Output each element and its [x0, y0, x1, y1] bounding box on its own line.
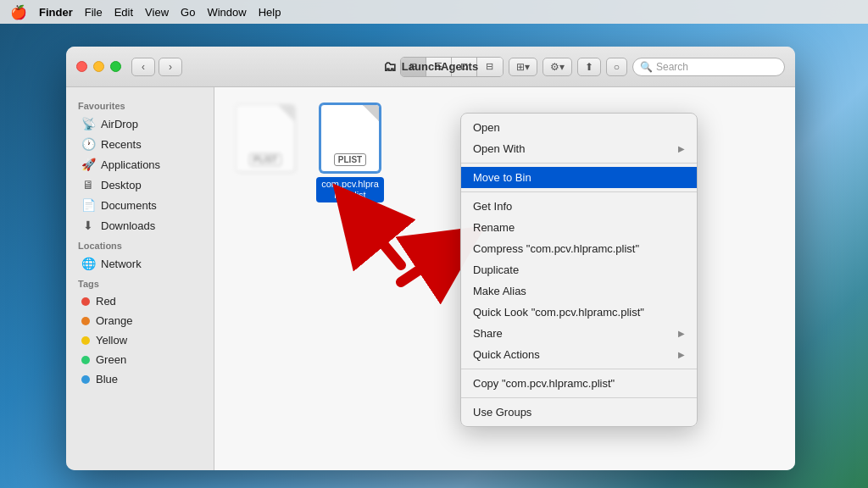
- menu-edit[interactable]: Edit: [114, 6, 133, 19]
- menu-item-make-alias[interactable]: Make Alias: [461, 280, 697, 302]
- menu-view[interactable]: View: [145, 6, 169, 19]
- sidebar-label-green: Green: [96, 353, 126, 366]
- file-type-1: PLIST: [249, 153, 281, 166]
- sidebar-label-recents: Recents: [101, 138, 142, 151]
- sidebar-label-desktop: Desktop: [101, 179, 142, 191]
- search-placeholder: Search: [656, 61, 688, 73]
- downloads-icon: ⬇: [81, 219, 95, 232]
- menu-item-open-with[interactable]: Open With ▶: [461, 138, 697, 159]
- apple-menu[interactable]: 🍎: [10, 4, 27, 20]
- menu-label-compress: Compress "com.pcv.hlpramc.plist": [473, 242, 639, 255]
- menu-item-copy[interactable]: Copy "com.pcv.hlpramc.plist": [461, 373, 697, 394]
- menu-finder[interactable]: Finder: [39, 6, 73, 19]
- sidebar-label-airdrop: AirDrop: [101, 118, 138, 130]
- main-content: PLIST PLIST com.pcv.hlpramc.plist: [214, 87, 795, 470]
- actions-button[interactable]: ⚙▾: [542, 58, 572, 76]
- favourites-section-title: Favourites: [66, 96, 214, 114]
- menu-label-open-with: Open With: [473, 142, 525, 155]
- menu-item-move-to-bin[interactable]: Move to Bin: [461, 167, 697, 188]
- sidebar-label-downloads: Downloads: [101, 219, 155, 232]
- menu-label-move-to-bin: Move to Bin: [473, 171, 531, 184]
- context-menu: Open Open With ▶ Move to Bin Get Info Re…: [460, 113, 698, 427]
- search-box[interactable]: 🔍 Search: [632, 58, 785, 76]
- menu-window[interactable]: Window: [207, 6, 246, 19]
- menubar: 🍎 Finder File Edit View Go Window Help: [0, 0, 868, 24]
- menu-item-share[interactable]: Share ▶: [461, 323, 697, 344]
- separator-4: [461, 397, 697, 398]
- menu-label-quick-actions: Quick Actions: [473, 348, 540, 361]
- file-type-2: PLIST: [334, 153, 366, 166]
- file-icon-2: PLIST: [320, 104, 380, 172]
- folder-icon: 🗂: [383, 59, 397, 75]
- sidebar-label-applications: Applications: [101, 158, 160, 171]
- menu-help[interactable]: Help: [259, 6, 281, 19]
- fullscreen-button[interactable]: [110, 61, 121, 72]
- back-button[interactable]: ‹: [131, 58, 155, 76]
- menu-label-rename: Rename: [473, 221, 515, 234]
- menu-item-quick-look[interactable]: Quick Look "com.pcv.hlpramc.plist": [461, 302, 697, 323]
- sidebar-item-applications[interactable]: 🚀 Applications: [70, 154, 210, 175]
- sidebar-item-recents[interactable]: 🕐 Recents: [70, 134, 210, 154]
- menu-label-quick-look: Quick Look "com.pcv.hlpramc.plist": [473, 306, 644, 319]
- sidebar-item-blue[interactable]: Blue: [70, 369, 210, 389]
- quick-actions-arrow-icon: ▶: [678, 350, 685, 359]
- grid-view-dropdown[interactable]: ⊞▾: [509, 58, 537, 76]
- sidebar-item-documents[interactable]: 📄 Documents: [70, 195, 210, 215]
- menu-label-duplicate: Duplicate: [473, 263, 519, 276]
- sidebar-item-airdrop[interactable]: 📡 AirDrop: [70, 114, 210, 134]
- menu-label-copy: Copy "com.pcv.hlpramc.plist": [473, 377, 615, 390]
- menu-item-open[interactable]: Open: [461, 117, 697, 138]
- menu-label-use-groups: Use Groups: [473, 406, 531, 419]
- menu-item-compress[interactable]: Compress "com.pcv.hlpramc.plist": [461, 238, 697, 259]
- tag-button[interactable]: ○: [606, 58, 627, 76]
- forward-button[interactable]: ›: [159, 58, 182, 76]
- yellow-tag-dot: [81, 336, 90, 345]
- gallery-view-button[interactable]: ⊟: [477, 58, 503, 76]
- svg-line-1: [359, 214, 401, 265]
- file-icon-1: PLIST: [236, 104, 295, 172]
- documents-icon: 📄: [81, 198, 95, 212]
- search-icon: 🔍: [640, 61, 653, 73]
- desktop-icon: 🖥: [81, 178, 95, 191]
- menu-item-quick-actions[interactable]: Quick Actions ▶: [461, 344, 697, 365]
- sidebar-item-network[interactable]: 🌐 Network: [70, 253, 210, 274]
- separator-1: [461, 163, 697, 164]
- sidebar-item-desktop[interactable]: 🖥 Desktop: [70, 175, 210, 195]
- sidebar: Favourites 📡 AirDrop 🕐 Recents 🚀 Applica…: [66, 87, 214, 470]
- titlebar: ‹ › 🗂 LaunchAgents ⊞ ☰ ⊡ ⊟ ⊞▾ ⚙▾ ⬆: [66, 47, 795, 87]
- menu-file[interactable]: File: [85, 6, 103, 19]
- minimize-button[interactable]: [93, 61, 104, 72]
- airdrop-icon: 📡: [81, 117, 95, 130]
- file-name-2: com.pcv.hlpramc.plist: [316, 177, 384, 202]
- file-item-2[interactable]: PLIST com.pcv.hlpramc.plist: [316, 104, 384, 202]
- menu-label-get-info: Get Info: [473, 200, 512, 213]
- menu-label-make-alias: Make Alias: [473, 285, 526, 297]
- close-button[interactable]: [76, 61, 87, 72]
- sidebar-item-green[interactable]: Green: [70, 350, 210, 369]
- window-title-area: 🗂 LaunchAgents: [383, 59, 478, 75]
- recents-icon: 🕐: [81, 137, 95, 151]
- share-button[interactable]: ⬆: [577, 58, 601, 76]
- sidebar-item-downloads[interactable]: ⬇ Downloads: [70, 215, 210, 236]
- locations-section-title: Locations: [66, 236, 214, 253]
- sidebar-item-yellow[interactable]: Yellow: [70, 330, 210, 350]
- menu-item-duplicate[interactable]: Duplicate: [461, 259, 697, 280]
- sidebar-item-red[interactable]: Red: [70, 291, 210, 311]
- sidebar-item-orange[interactable]: Orange: [70, 311, 210, 330]
- finder-window: ‹ › 🗂 LaunchAgents ⊞ ☰ ⊡ ⊟ ⊞▾ ⚙▾ ⬆: [66, 47, 795, 470]
- traffic-lights: [76, 61, 121, 72]
- menu-go[interactable]: Go: [181, 6, 195, 19]
- nav-buttons: ‹ ›: [131, 58, 182, 76]
- file-item-1[interactable]: PLIST: [231, 104, 299, 177]
- menu-item-use-groups[interactable]: Use Groups: [461, 402, 697, 423]
- network-icon: 🌐: [81, 257, 95, 270]
- sidebar-label-red: Red: [96, 295, 116, 308]
- red-tag-dot: [81, 297, 90, 306]
- share-arrow-icon: ▶: [678, 329, 685, 338]
- menu-label-open: Open: [473, 121, 500, 134]
- menu-item-get-info[interactable]: Get Info: [461, 196, 697, 217]
- menu-item-rename[interactable]: Rename: [461, 217, 697, 238]
- green-tag-dot: [81, 356, 90, 364]
- finder-body: Favourites 📡 AirDrop 🕐 Recents 🚀 Applica…: [66, 87, 795, 470]
- orange-tag-dot: [81, 317, 90, 325]
